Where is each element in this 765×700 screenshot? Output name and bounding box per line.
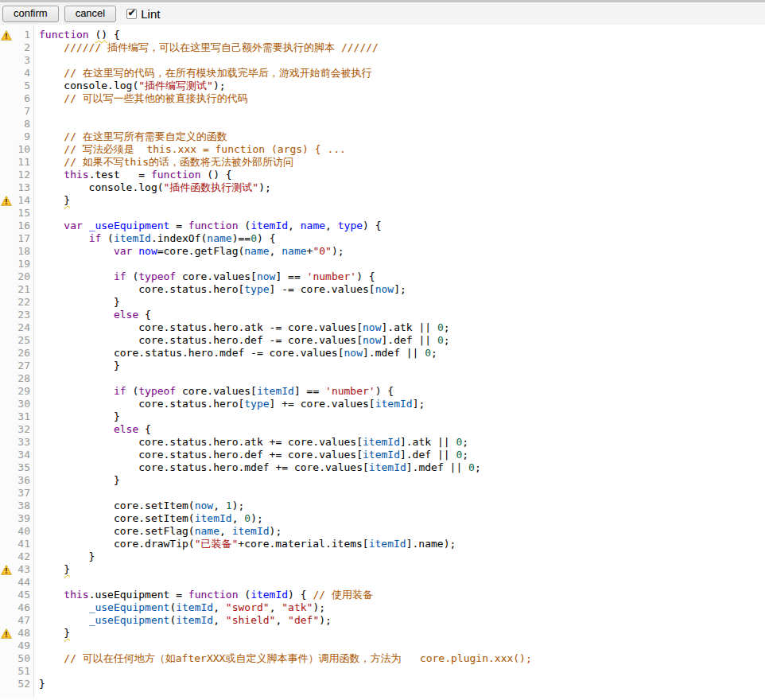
code-editor[interactable]: 1 function () { 2 ////// 插件编写，可以在这里写自己额外… [0, 25, 765, 698]
code-line[interactable]: 39 core.setItem(itemId, 0); [0, 512, 765, 525]
code-line[interactable]: 45 this.useEquipment = function (itemId)… [0, 589, 765, 601]
code-line[interactable]: 50 // 可以在任何地方（如afterXXX或自定义脚本事件）调用函数，方法为… [0, 652, 765, 665]
warning-icon [0, 118, 13, 130]
code-text: var _useEquipment = function (itemId, na… [33, 220, 382, 232]
code-line[interactable]: 24 core.status.hero.atk -= core.values[n… [0, 321, 765, 334]
confirm-button[interactable]: confirm [2, 6, 59, 22]
line-number: 29 [13, 385, 33, 398]
code-line[interactable]: 25 core.status.hero.def -= core.values[n… [0, 334, 765, 347]
code-line[interactable]: 5 console.log("插件编写测试"); [0, 80, 765, 92]
warning-icon [0, 589, 13, 601]
code-line[interactable]: 52 } [0, 678, 765, 690]
warning-icon [0, 29, 13, 41]
code-line[interactable]: 7 [0, 105, 765, 118]
code-line[interactable]: 22 } [0, 296, 765, 309]
code-line[interactable]: 35 core.status.hero.mdef += core.values[… [0, 461, 765, 474]
line-number: 39 [13, 512, 33, 525]
line-number: 33 [13, 436, 33, 449]
line-number: 2 [13, 41, 33, 54]
code-line[interactable]: 44 [0, 576, 765, 589]
code-line[interactable]: 15 [0, 207, 765, 220]
code-line[interactable]: 9 // 在这里写所有需要自定义的函数 [0, 130, 765, 143]
line-number: 7 [13, 105, 33, 118]
warning-icon [0, 372, 13, 385]
code-line[interactable]: 41 core.drawTip("已装备"+core.material.item… [0, 538, 765, 550]
code-line[interactable]: 31 } [0, 410, 765, 423]
code-line[interactable]: 21 core.status.hero[type] -= core.values… [0, 283, 765, 296]
code-line[interactable]: 12 this.test = function () { [0, 169, 765, 181]
code-text: } [33, 627, 70, 640]
line-number: 44 [13, 576, 33, 589]
code-line[interactable]: 16 var _useEquipment = function (itemId,… [0, 220, 765, 232]
code-line[interactable]: 29 if (typeof core.values[itemId] == 'nu… [0, 385, 765, 398]
code-line[interactable]: 37 [0, 487, 765, 500]
code-line[interactable]: 14 } [0, 194, 765, 207]
code-line[interactable]: 49 [0, 640, 765, 652]
code-line[interactable]: 38 core.setItem(now, 1); [0, 500, 765, 512]
code-line[interactable]: 43 } [0, 563, 765, 576]
code-line[interactable]: 40 core.setFlag(name, itemId); [0, 525, 765, 538]
code-line[interactable]: 34 core.status.hero.def += core.values[i… [0, 449, 765, 461]
code-line[interactable]: 13 console.log("插件函数执行测试"); [0, 181, 765, 194]
cancel-button[interactable]: cancel [64, 6, 117, 22]
line-number: 37 [13, 487, 33, 500]
warning-icon [0, 194, 13, 207]
code-text: function () { [33, 29, 120, 41]
line-number: 8 [13, 118, 33, 130]
code-line[interactable]: 3 [0, 54, 765, 67]
warning-icon [0, 67, 13, 80]
code-line[interactable]: 36 } [0, 474, 765, 487]
code-line[interactable]: 42 } [0, 550, 765, 563]
code-text [33, 207, 39, 220]
code-line[interactable]: 30 core.status.hero[type] += core.values… [0, 398, 765, 410]
warning-icon [0, 640, 13, 652]
code-line[interactable]: 2 ////// 插件编写，可以在这里写自己额外需要执行的脚本 ////// [0, 41, 765, 54]
line-number: 51 [13, 665, 33, 678]
line-number: 21 [13, 283, 33, 296]
code-line[interactable]: 23 else { [0, 309, 765, 321]
code-line[interactable]: 27 } [0, 360, 765, 372]
code-line[interactable]: 19 [0, 258, 765, 270]
code-text: var now=core.getFlag(name, name+"0"); [33, 245, 344, 258]
code-line[interactable]: 32 else { [0, 423, 765, 436]
code-text: _useEquipment(itemId, "shield", "def"); [33, 614, 332, 627]
code-line[interactable]: 26 core.status.hero.mdef -= core.values[… [0, 347, 765, 360]
code-text: this.test = function () { [33, 169, 232, 181]
warning-icon [0, 601, 13, 614]
line-number: 43 [13, 563, 33, 576]
code-line[interactable]: 8 [0, 118, 765, 130]
line-number: 27 [13, 360, 33, 372]
code-text: if (itemId.indexOf(name)==0) { [33, 232, 275, 245]
code-line[interactable]: 48 } [0, 627, 765, 640]
code-line[interactable]: 20 if (typeof core.values[now] == 'numbe… [0, 270, 765, 283]
lint-toggle[interactable]: ✔ Lint [126, 7, 160, 21]
code-line[interactable]: 6 // 可以写一些其他的被直接执行的代码 [0, 92, 765, 105]
code-text [33, 576, 39, 589]
code-line[interactable]: 46 _useEquipment(itemId, "sword", "atk")… [0, 601, 765, 614]
warning-icon [0, 525, 13, 538]
lint-checkbox[interactable]: ✔ [126, 9, 137, 19]
line-number: 16 [13, 220, 33, 232]
line-number: 26 [13, 347, 33, 360]
code-line[interactable]: 33 core.status.hero.atk += core.values[i… [0, 436, 765, 449]
checkmark-icon: ✔ [128, 8, 136, 18]
line-number: 13 [13, 181, 33, 194]
code-text [33, 640, 39, 652]
code-line[interactable]: 17 if (itemId.indexOf(name)==0) { [0, 232, 765, 245]
code-text: // 可以写一些其他的被直接执行的代码 [33, 92, 248, 105]
code-line[interactable]: 1 function () { [0, 29, 765, 41]
line-number: 50 [13, 652, 33, 665]
code-line[interactable]: 28 [0, 372, 765, 385]
line-number: 47 [13, 614, 33, 627]
warning-icon [0, 207, 13, 220]
warning-icon [0, 309, 13, 321]
code-line[interactable]: 4 // 在这里写的代码，在所有模块加载完毕后，游戏开始前会被执行 [0, 67, 765, 80]
warning-icon [0, 54, 13, 67]
code-line[interactable]: 10 // 写法必须是 this.xxx = function (args) {… [0, 143, 765, 156]
code-line[interactable]: 51 [0, 665, 765, 678]
code-text: core.setItem(now, 1); [33, 500, 244, 512]
line-number: 34 [13, 449, 33, 461]
code-line[interactable]: 11 // 如果不写this的话，函数将无法被外部所访问 [0, 156, 765, 169]
code-line[interactable]: 47 _useEquipment(itemId, "shield", "def"… [0, 614, 765, 627]
code-line[interactable]: 18 var now=core.getFlag(name, name+"0"); [0, 245, 765, 258]
